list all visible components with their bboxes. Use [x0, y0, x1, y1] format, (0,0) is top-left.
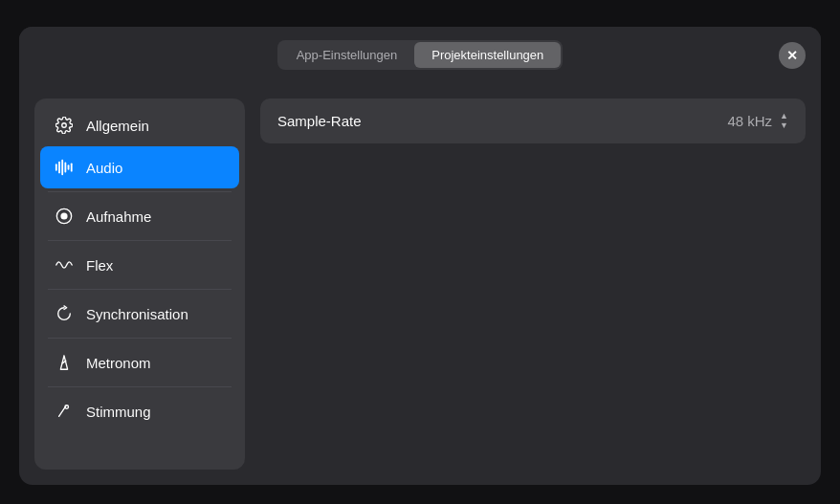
tab-app-einstellungen[interactable]: App-Einstellungen — [279, 42, 415, 68]
record-icon — [54, 206, 75, 227]
sidebar-divider-1 — [48, 191, 232, 192]
svg-rect-5 — [71, 163, 73, 171]
main-content: Sample-Rate 48 kHz ▲ ▼ — [260, 99, 806, 470]
sidebar: Allgemein Audio — [34, 99, 245, 470]
stepper-down-icon: ▼ — [780, 121, 788, 130]
dialog-header: App-Einstellungen Projekteinstellungen ✕ — [19, 27, 821, 83]
dialog-body: Allgemein Audio — [19, 83, 821, 485]
sidebar-item-aufnahme[interactable]: Aufnahme — [40, 195, 239, 237]
sidebar-label-audio: Audio — [86, 160, 122, 176]
sidebar-label-synchronisation: Synchronisation — [86, 306, 188, 322]
sidebar-label-flex: Flex — [86, 257, 113, 274]
tab-group: App-Einstellungen Projekteinstellungen — [277, 40, 564, 70]
sidebar-divider-2 — [48, 240, 232, 241]
svg-rect-2 — [61, 160, 63, 175]
settings-dialog: App-Einstellungen Projekteinstellungen ✕… — [19, 27, 821, 485]
svg-rect-4 — [68, 164, 70, 169]
sample-rate-label: Sample-Rate — [277, 113, 362, 129]
sidebar-item-synchronisation[interactable]: Synchronisation — [40, 293, 239, 335]
sidebar-label-metronom: Metronom — [86, 355, 151, 371]
flex-icon — [54, 254, 75, 275]
svg-rect-0 — [55, 164, 57, 170]
svg-rect-3 — [64, 163, 66, 173]
sidebar-divider-5 — [48, 386, 232, 387]
sidebar-label-aufnahme: Aufnahme — [86, 208, 151, 225]
sidebar-divider-3 — [48, 289, 232, 290]
metronome-icon — [54, 352, 75, 373]
svg-rect-1 — [58, 162, 60, 174]
audio-wave-icon — [54, 157, 75, 178]
sample-rate-stepper[interactable]: ▲ ▼ — [780, 112, 788, 130]
sidebar-item-metronom[interactable]: Metronom — [40, 341, 239, 383]
sidebar-item-allgemein[interactable]: Allgemein — [40, 104, 239, 146]
stepper-up-icon: ▲ — [780, 112, 788, 121]
sidebar-label-allgemein: Allgemein — [86, 118, 149, 134]
close-button[interactable]: ✕ — [779, 42, 806, 69]
sync-icon — [54, 303, 75, 324]
sample-rate-row: Sample-Rate 48 kHz ▲ ▼ — [260, 99, 806, 143]
sidebar-item-flex[interactable]: Flex — [40, 244, 239, 286]
tab-projekteinstellungen[interactable]: Projekteinstellungen — [414, 42, 561, 68]
svg-point-7 — [60, 212, 67, 219]
svg-point-8 — [65, 405, 69, 409]
sample-rate-value-group[interactable]: 48 kHz ▲ ▼ — [727, 112, 788, 130]
sidebar-item-stimmung[interactable]: Stimmung — [40, 390, 239, 432]
sample-rate-value: 48 kHz — [727, 113, 772, 129]
gear-icon — [54, 115, 75, 136]
tuning-icon — [54, 401, 75, 422]
sidebar-divider-4 — [48, 338, 232, 339]
sidebar-item-audio[interactable]: Audio — [40, 146, 239, 188]
sidebar-label-stimmung: Stimmung — [86, 404, 151, 420]
